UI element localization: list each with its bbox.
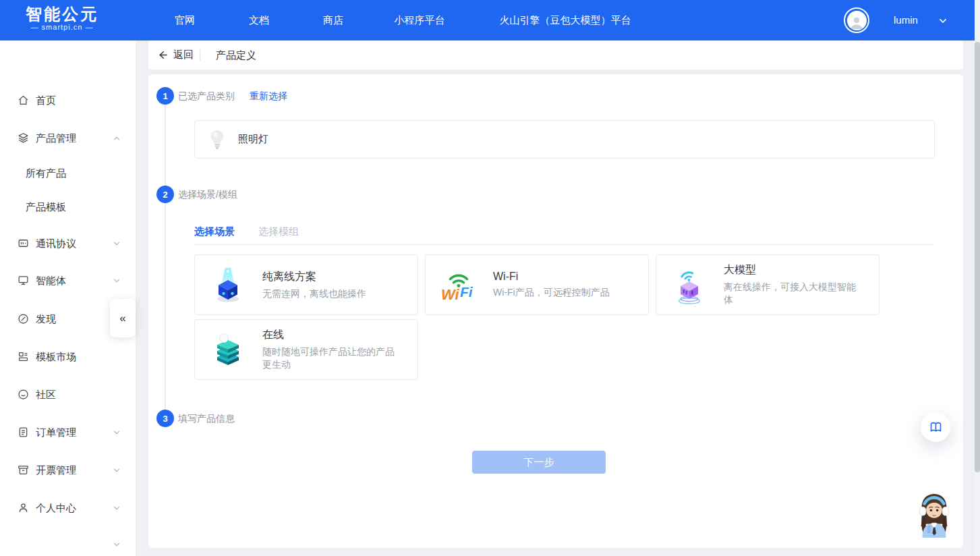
user-avatar-disc	[847, 11, 867, 30]
sidebar-item-extra[interactable]	[0, 536, 136, 553]
back-button[interactable]: 返回	[157, 40, 194, 70]
chip-card-icon	[17, 237, 30, 250]
nav-item-official-site[interactable]: 官网	[175, 0, 195, 40]
page-title: 产品定义	[216, 40, 256, 70]
collapse-chevrons-icon: «	[119, 312, 125, 325]
sidebar-item-label: 模板市场	[36, 348, 76, 366]
back-label: 返回	[173, 49, 194, 61]
help-docs-floating-button[interactable]	[921, 412, 950, 442]
svg-text:Wi: Wi	[441, 286, 460, 303]
scenario-card-text: 在线 随时随地可操作产品让您的产品更生动	[262, 328, 401, 371]
scenario-card-offline[interactable]: 纯离线方案 无需连网，离线也能操作	[194, 254, 418, 315]
sidebar-item-product-management[interactable]: 产品管理	[0, 130, 136, 147]
sidebar-item-invoice-management[interactable]: 开票管理	[0, 462, 136, 479]
top-header: 智能公元 — smartpi.cn — 官网 文档 商店 小程序平台 火山引擎（…	[0, 0, 980, 40]
sidebar-item-communication-protocol[interactable]: 通讯协议	[0, 235, 136, 252]
chevron-down-icon	[113, 504, 121, 512]
sidebar-item-product-templates[interactable]: 产品模板	[0, 198, 136, 216]
person-icon	[17, 501, 30, 514]
chevron-down-icon	[113, 240, 121, 248]
layers-icon	[17, 132, 30, 144]
tab-select-module[interactable]: 选择模组	[258, 225, 299, 238]
chevron-up-icon	[113, 134, 121, 142]
breadcrumb-divider	[200, 49, 200, 61]
person-silhouette-icon	[848, 14, 865, 30]
sidebar-item-community[interactable]: 社区	[0, 386, 136, 404]
selected-category-card[interactable]: 照明灯	[194, 120, 935, 159]
breadcrumb: 返回 产品定义	[148, 40, 963, 70]
offline-cube-icon	[208, 265, 248, 304]
scenario-card-text: 大模型 离在线操作，可接入大模型智能体	[724, 263, 862, 306]
scenario-card-description: Wi-Fi产品，可远程控制产品	[493, 286, 631, 299]
chevron-down-icon	[113, 277, 121, 285]
brand-title: 智能公元	[26, 5, 98, 23]
sidebar-item-home[interactable]: 首页	[0, 92, 136, 109]
nav-item-volcano-engine-platform[interactable]: 火山引擎（豆包大模型）平台	[500, 0, 631, 40]
scenario-card-description: 无需连网，离线也能操作	[262, 287, 401, 300]
step-connector-line	[165, 105, 166, 410]
sidebar-item-label: 所有产品	[26, 165, 66, 182]
sidebar-item-personal-center[interactable]: 个人中心	[0, 499, 136, 517]
svg-text:Fi: Fi	[460, 284, 473, 300]
layout-icon	[17, 350, 30, 363]
step-2-label: 选择场景/模组	[178, 186, 237, 203]
monitor-icon	[17, 274, 30, 287]
scenario-card-description: 随时随地可操作产品让您的产品更生动	[262, 345, 401, 371]
sidebar-item-agents[interactable]: 智能体	[0, 272, 136, 289]
scenario-card-title: 纯离线方案	[262, 270, 401, 284]
next-step-button[interactable]: 下一步	[472, 451, 606, 474]
sidebar-item-label: 社区	[36, 386, 56, 404]
scenario-card-description: 离在线操作，可接入大模型智能体	[724, 281, 862, 306]
sidebar-collapse-button[interactable]: «	[110, 299, 136, 337]
user-menu-chevron-down-icon[interactable]	[938, 16, 948, 26]
page-scrollbar-thumb[interactable]	[975, 42, 980, 472]
sidebar-item-label: 发现	[36, 310, 56, 328]
book-icon	[929, 420, 943, 435]
username-label[interactable]: lumin	[894, 0, 918, 40]
sidebar-item-label: 通讯协议	[36, 235, 76, 252]
reselect-link[interactable]: 重新选择	[250, 87, 287, 105]
scenario-card-llm[interactable]: 大模型 离在线操作，可接入大模型智能体	[656, 254, 880, 315]
sidebar-item-label: 智能体	[36, 272, 66, 289]
brand-logo[interactable]: 智能公元 — smartpi.cn —	[26, 5, 98, 31]
user-avatar-icon[interactable]	[844, 7, 869, 33]
step-3-label: 填写产品信息	[178, 410, 235, 427]
scenario-card-online[interactable]: 在线 随时随地可操作产品让您的产品更生动	[194, 319, 418, 380]
nav-item-store[interactable]: 商店	[323, 0, 343, 40]
home-icon	[17, 94, 30, 107]
support-agent-illustration	[913, 492, 955, 538]
chevron-down-icon	[113, 466, 121, 474]
sidebar-item-label: 个人中心	[36, 499, 76, 517]
smiley-icon	[17, 388, 30, 401]
arrow-left-icon	[157, 49, 169, 61]
scenario-card-wifi[interactable]: Wi Fi Wi-Fi Wi-Fi产品，可远程控制产品	[425, 254, 649, 315]
selected-category-name: 照明灯	[238, 133, 268, 146]
chevron-down-icon	[113, 428, 121, 437]
lightbulb-icon	[208, 129, 226, 150]
sidebar-item-all-products[interactable]: 所有产品	[0, 165, 136, 182]
sidebar-item-template-market[interactable]: 模板市场	[0, 348, 136, 366]
page-scrollbar-track	[975, 0, 980, 556]
chevron-down-icon	[113, 540, 121, 549]
brand-subtitle: — smartpi.cn —	[26, 23, 98, 31]
compass-icon	[17, 312, 30, 325]
sidebar-item-order-management[interactable]: 订单管理	[0, 424, 136, 441]
scenario-card-title: Wi-Fi	[493, 271, 631, 283]
nav-item-miniprogram-platform[interactable]: 小程序平台	[395, 0, 445, 40]
sidebar-item-label: 产品管理	[36, 130, 76, 147]
tab-select-scenario[interactable]: 选择场景	[194, 225, 235, 238]
nav-item-docs[interactable]: 文档	[249, 0, 269, 40]
document-icon	[17, 426, 30, 439]
sidebar-item-label: 订单管理	[36, 424, 76, 441]
sidebar-item-label: 开票管理	[36, 462, 76, 479]
llm-cube-icon	[670, 265, 709, 304]
scenario-card-text: 纯离线方案 无需连网，离线也能操作	[262, 270, 401, 300]
sidebar-item-label: 首页	[36, 92, 56, 109]
support-agent-avatar[interactable]	[913, 492, 955, 538]
scenario-card-title: 大模型	[724, 263, 862, 277]
step-1-label: 已选产品类别	[178, 87, 235, 105]
online-stack-icon	[208, 330, 248, 369]
tab-divider	[194, 244, 935, 245]
product-definition-panel: 1 已选产品类别 重新选择 照明灯 2 选择场景/模组 选择场景 选择模组	[148, 74, 963, 548]
step-1-badge: 1	[156, 87, 174, 105]
